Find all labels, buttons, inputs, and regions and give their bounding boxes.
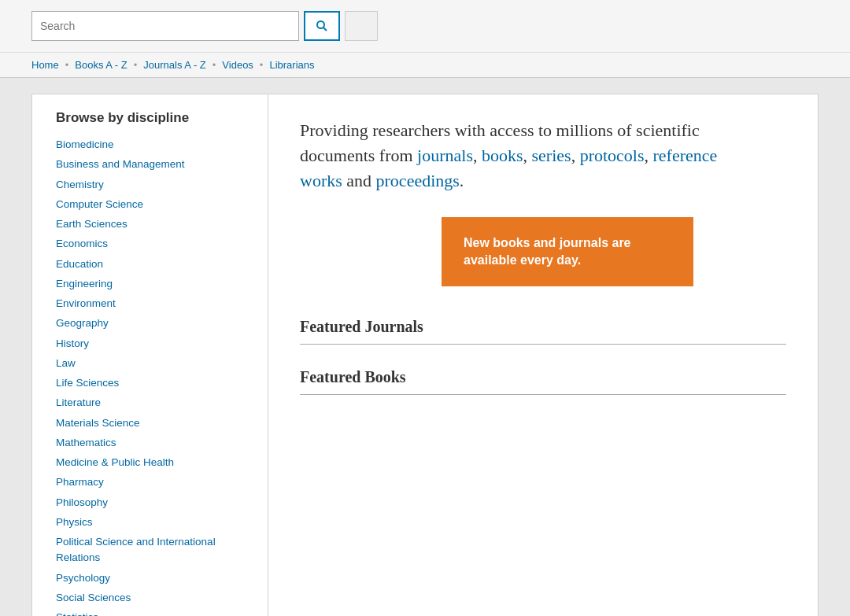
sidebar-discipline-link[interactable]: Earth Sciences [56, 218, 128, 230]
nav-videos[interactable]: Videos [222, 59, 253, 71]
main-container: Browse by discipline BiomedicineBusiness… [0, 78, 850, 616]
extra-search-button[interactable] [345, 11, 378, 41]
list-item: Earth Sciences [56, 216, 252, 232]
featured-books-divider [300, 394, 786, 395]
hero-link-books[interactable]: books [482, 146, 523, 165]
sidebar-discipline-link[interactable]: Engineering [56, 278, 113, 290]
list-item: Mathematics [56, 435, 252, 451]
sidebar-discipline-link[interactable]: Environment [56, 297, 116, 309]
nav-journals-az[interactable]: Journals A - Z [143, 59, 205, 71]
sidebar-discipline-link[interactable]: Social Sciences [56, 592, 131, 603]
nav-sep-2: • [134, 59, 138, 71]
featured-journals-title: Featured Journals [300, 318, 786, 336]
sidebar-discipline-link[interactable]: Philosophy [56, 496, 108, 508]
nav-sep-3: • [213, 59, 216, 71]
sidebar-discipline-link[interactable]: Biomedicine [56, 138, 114, 150]
list-item: Psychology [56, 570, 252, 586]
sidebar: Browse by discipline BiomedicineBusiness… [32, 94, 268, 616]
search-icon [316, 20, 328, 32]
sidebar-discipline-link[interactable]: Political Science and International Rela… [56, 536, 216, 563]
sidebar-discipline-link[interactable]: Statistics [56, 611, 98, 616]
list-item: Economics [56, 236, 252, 252]
list-item: Biomedicine [56, 137, 252, 153]
sidebar-discipline-link[interactable]: Mathematics [56, 437, 116, 448]
sidebar-discipline-link[interactable]: Pharmacy [56, 476, 104, 488]
list-item: Philosophy [56, 495, 252, 511]
list-item: Physics [56, 515, 252, 530]
nav-books-az[interactable]: Books A - Z [75, 59, 127, 71]
sidebar-discipline-link[interactable]: Law [56, 357, 76, 369]
svg-point-0 [317, 21, 324, 28]
sidebar-discipline-link[interactable]: Geography [56, 317, 109, 329]
sidebar-discipline-link[interactable]: Physics [56, 516, 93, 528]
list-item: Geography [56, 315, 252, 331]
sidebar-discipline-link[interactable]: Life Sciences [56, 377, 119, 389]
list-item: Life Sciences [56, 375, 252, 391]
nav-home[interactable]: Home [31, 59, 59, 71]
featured-journals-section: Featured Journals [300, 318, 786, 345]
search-input[interactable] [31, 11, 299, 41]
hero-link-protocols[interactable]: protocols [580, 146, 645, 165]
list-item: Law [56, 356, 252, 371]
list-item: Statistics [56, 610, 252, 616]
hero-text: Providing researchers with access to mil… [300, 118, 741, 194]
list-item: Education [56, 256, 252, 272]
list-item: Political Science and International Rela… [56, 534, 252, 566]
main-content: Providing researchers with access to mil… [268, 94, 818, 616]
sidebar-list: BiomedicineBusiness and ManagementChemis… [56, 137, 252, 616]
content-box: Browse by discipline BiomedicineBusiness… [31, 94, 819, 616]
featured-books-section: Featured Books [300, 368, 786, 395]
sidebar-discipline-link[interactable]: Business and Management [56, 158, 185, 170]
sidebar-discipline-link[interactable]: Literature [56, 397, 101, 408]
svg-line-1 [323, 28, 327, 31]
list-item: Chemistry [56, 177, 252, 193]
list-item: History [56, 336, 252, 352]
sidebar-discipline-link[interactable]: History [56, 338, 89, 349]
sidebar-discipline-link[interactable]: Psychology [56, 572, 110, 584]
sidebar-discipline-link[interactable]: Economics [56, 238, 108, 249]
list-item: Computer Science [56, 197, 252, 212]
list-item: Medicine & Public Health [56, 455, 252, 470]
sidebar-discipline-link[interactable]: Materials Science [56, 417, 140, 429]
nav-bar: Home • Books A - Z • Journals A - Z • Vi… [0, 53, 850, 78]
nav-sep-4: • [260, 59, 264, 71]
sidebar-discipline-link[interactable]: Chemistry [56, 179, 104, 190]
list-item: Business and Management [56, 157, 252, 172]
top-bar [0, 0, 850, 53]
list-item: Social Sciences [56, 590, 252, 606]
list-item: Pharmacy [56, 474, 252, 490]
list-item: Materials Science [56, 415, 252, 431]
search-button[interactable] [304, 11, 340, 41]
hero-link-series[interactable]: series [532, 146, 571, 165]
hero-link-journals[interactable]: journals [417, 146, 473, 165]
list-item: Environment [56, 296, 252, 312]
nav-librarians[interactable]: Librarians [269, 59, 314, 71]
sidebar-discipline-link[interactable]: Computer Science [56, 198, 143, 210]
sidebar-discipline-link[interactable]: Medicine & Public Health [56, 456, 174, 468]
orange-banner[interactable]: New books and journals are available eve… [442, 217, 693, 287]
featured-journals-divider [300, 344, 786, 345]
hero-link-proceedings[interactable]: proceedings [376, 171, 460, 190]
list-item: Engineering [56, 276, 252, 292]
sidebar-title: Browse by discipline [56, 110, 252, 126]
featured-books-title: Featured Books [300, 368, 786, 386]
list-item: Literature [56, 395, 252, 411]
nav-sep-1: • [65, 59, 69, 71]
sidebar-discipline-link[interactable]: Education [56, 258, 103, 270]
